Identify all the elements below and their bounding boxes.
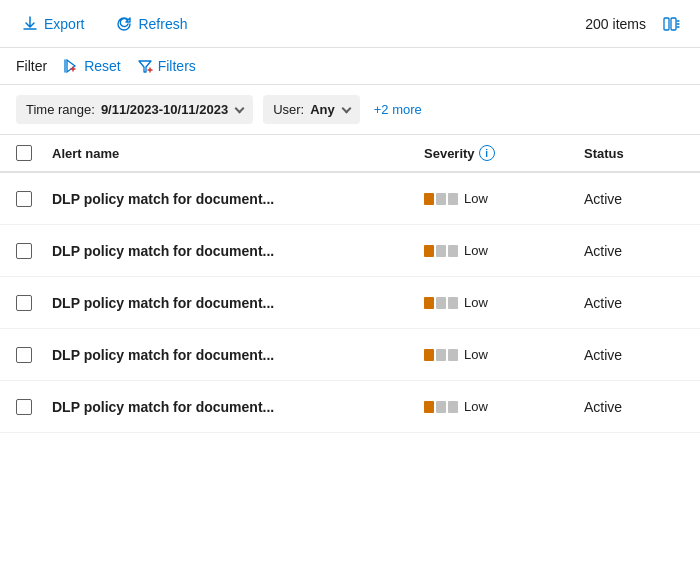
alert-name: DLP policy match for document... (52, 243, 424, 259)
column-options-icon (662, 15, 680, 33)
header-checkbox-cell (16, 145, 52, 161)
filter-dropdowns-row: Time range: 9/11/2023-10/11/2023 User: A… (0, 85, 700, 135)
severity-bars (424, 401, 458, 413)
severity-text: Low (464, 191, 488, 206)
svg-marker-5 (67, 60, 75, 72)
row-checkbox-cell (16, 243, 52, 259)
row-checkbox-cell (16, 295, 52, 311)
row-checkbox[interactable] (16, 191, 32, 207)
severity-text: Low (464, 347, 488, 362)
table-row[interactable]: DLP policy match for document... Low Act… (0, 277, 700, 329)
table-body: DLP policy match for document... Low Act… (0, 173, 700, 433)
row-checkbox[interactable] (16, 399, 32, 415)
severity-bars (424, 349, 458, 361)
item-count: 200 items (585, 16, 646, 32)
status-cell: Active (584, 191, 684, 207)
severity-bar-3 (448, 297, 458, 309)
filters-button[interactable]: Filters (137, 58, 196, 74)
severity-bar-2 (436, 349, 446, 361)
time-range-value: 9/11/2023-10/11/2023 (101, 102, 228, 117)
table-row[interactable]: DLP policy match for document... Low Act… (0, 329, 700, 381)
export-label: Export (44, 16, 84, 32)
severity-cell: Low (424, 295, 584, 310)
status-cell: Active (584, 399, 684, 415)
column-options-button[interactable] (658, 11, 684, 37)
filter-bar: Filter Reset Filters (0, 48, 700, 85)
severity-bar-1 (424, 245, 434, 257)
toolbar-right: 200 items (585, 11, 684, 37)
severity-bar-3 (448, 245, 458, 257)
severity-bar-2 (436, 401, 446, 413)
row-checkbox-cell (16, 191, 52, 207)
table-row[interactable]: DLP policy match for document... Low Act… (0, 173, 700, 225)
severity-bar-1 (424, 193, 434, 205)
col-status-label: Status (584, 146, 624, 161)
svg-rect-1 (671, 18, 676, 30)
more-filters-label: +2 more (374, 102, 422, 117)
row-checkbox-cell (16, 347, 52, 363)
severity-bar-2 (436, 245, 446, 257)
select-all-checkbox[interactable] (16, 145, 32, 161)
alert-name: DLP policy match for document... (52, 295, 424, 311)
refresh-icon (116, 16, 132, 32)
time-range-label: Time range: (26, 102, 95, 117)
severity-cell: Low (424, 347, 584, 362)
severity-bar-1 (424, 297, 434, 309)
status-cell: Active (584, 347, 684, 363)
col-header-status: Status (584, 146, 684, 161)
toolbar: Export Refresh 200 items (0, 0, 700, 48)
export-button[interactable]: Export (16, 12, 90, 36)
toolbar-left: Export Refresh (16, 12, 194, 36)
severity-bar-1 (424, 349, 434, 361)
chevron-down-icon-user (341, 104, 351, 114)
severity-info-icon[interactable]: i (479, 145, 495, 161)
reset-button[interactable]: Reset (63, 58, 121, 74)
severity-bar-1 (424, 401, 434, 413)
severity-bars (424, 245, 458, 257)
svg-rect-0 (664, 18, 669, 30)
chevron-down-icon (235, 104, 245, 114)
severity-text: Low (464, 243, 488, 258)
refresh-label: Refresh (138, 16, 187, 32)
severity-cell: Low (424, 191, 584, 206)
reset-label: Reset (84, 58, 121, 74)
status-cell: Active (584, 243, 684, 259)
col-header-severity: Severity i (424, 145, 584, 161)
col-severity-label: Severity (424, 146, 475, 161)
col-header-alert: Alert name (52, 146, 424, 161)
user-label: User: (273, 102, 304, 117)
severity-cell: Low (424, 399, 584, 414)
severity-bars (424, 193, 458, 205)
filter-label: Filter (16, 58, 47, 74)
row-checkbox[interactable] (16, 295, 32, 311)
more-filters-button[interactable]: +2 more (374, 102, 422, 117)
table-row[interactable]: DLP policy match for document... Low Act… (0, 381, 700, 433)
alert-name: DLP policy match for document... (52, 347, 424, 363)
table-row[interactable]: DLP policy match for document... Low Act… (0, 225, 700, 277)
refresh-button[interactable]: Refresh (110, 12, 193, 36)
row-checkbox-cell (16, 399, 52, 415)
severity-text: Low (464, 399, 488, 414)
severity-cell: Low (424, 243, 584, 258)
export-icon (22, 16, 38, 32)
severity-bar-3 (448, 401, 458, 413)
severity-bar-3 (448, 349, 458, 361)
status-cell: Active (584, 295, 684, 311)
severity-bar-2 (436, 193, 446, 205)
alert-name: DLP policy match for document... (52, 399, 424, 415)
filters-icon (137, 58, 153, 74)
user-dropdown[interactable]: User: Any (263, 95, 360, 124)
time-range-dropdown[interactable]: Time range: 9/11/2023-10/11/2023 (16, 95, 253, 124)
col-alert-label: Alert name (52, 146, 119, 161)
row-checkbox[interactable] (16, 243, 32, 259)
user-value: Any (310, 102, 335, 117)
row-checkbox[interactable] (16, 347, 32, 363)
alerts-table: Alert name Severity i Status DLP policy … (0, 135, 700, 433)
severity-bars (424, 297, 458, 309)
severity-text: Low (464, 295, 488, 310)
table-header: Alert name Severity i Status (0, 135, 700, 173)
reset-icon (63, 58, 79, 74)
severity-bar-3 (448, 193, 458, 205)
filters-label: Filters (158, 58, 196, 74)
severity-bar-2 (436, 297, 446, 309)
